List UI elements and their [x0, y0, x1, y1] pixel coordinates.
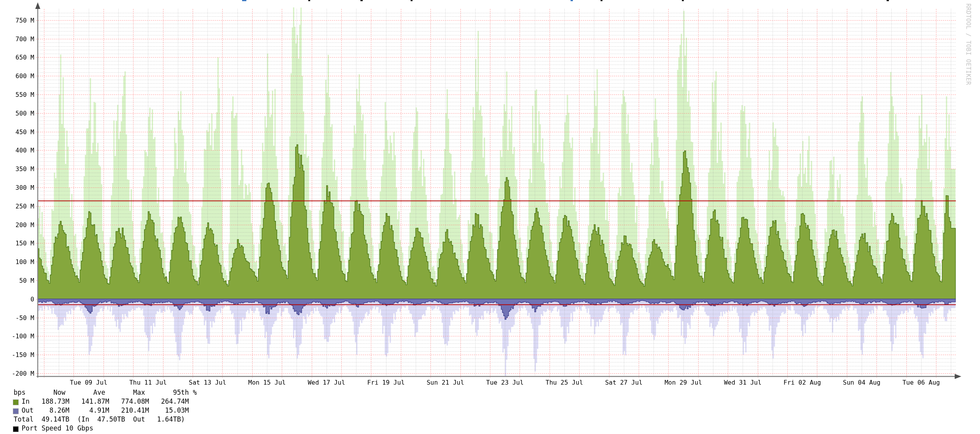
y-tick-label: 0 — [4, 296, 34, 303]
in-legend-swatch — [13, 399, 19, 405]
x-tick-label: Fri 19 Jul — [367, 379, 404, 386]
y-tick-label: 600 M — [4, 72, 34, 80]
y-tick-label: 650 M — [4, 54, 34, 61]
x-tick-label: Mon 15 Jul — [248, 379, 286, 386]
y-tick-label: 150 M — [4, 240, 34, 247]
y-tick-label: 550 M — [4, 91, 34, 98]
out-legend-swatch — [13, 408, 19, 414]
x-tick-label: Wed 31 Jul — [724, 379, 761, 386]
legend-out-row: Out 8.26M 4.91M 210.41M 15.03M — [14, 407, 189, 414]
graph-plot-canvas — [0, 0, 980, 434]
y-tick-label: 300 M — [4, 184, 34, 191]
x-tick-label: Mon 29 Jul — [664, 379, 702, 386]
y-tick-label: -100 M — [4, 332, 34, 340]
x-tick-label: Tue 06 Aug — [903, 379, 940, 386]
y-tick-label: 50 M — [4, 277, 34, 284]
y-tick-label: -200 M — [4, 370, 34, 377]
legend-in-row: In 188.73M 141.87M 774.08M 264.74M — [14, 398, 189, 405]
traffic-graph: 750 M700 M650 M600 M550 M500 M450 M400 M… — [0, 0, 980, 434]
x-tick-label: Fri 02 Aug — [783, 379, 821, 386]
y-tick-label: 450 M — [4, 128, 34, 136]
y-tick-label: 700 M — [4, 35, 34, 43]
y-tick-label: -150 M — [4, 351, 34, 359]
y-tick-label: 500 M — [4, 110, 34, 117]
port-speed-legend-swatch — [13, 426, 19, 432]
rrdtool-watermark: RRDTOOL / TOBI OETIKER — [965, 4, 972, 85]
y-tick-label: 750 M — [4, 17, 34, 24]
x-tick-label: Thu 11 Jul — [129, 379, 167, 386]
y-tick-label: 400 M — [4, 147, 34, 154]
x-tick-label: Sat 27 Jul — [605, 379, 643, 386]
legend-port-row: Port Speed 10 Gbps — [14, 425, 93, 432]
legend-header-row: bps Now Ave Max 95th % — [14, 389, 197, 396]
x-tick-label: Sat 13 Jul — [189, 379, 226, 386]
y-tick-label: 200 M — [4, 221, 34, 229]
x-tick-label: Tue 09 Jul — [70, 379, 107, 386]
x-tick-label: Tue 23 Jul — [486, 379, 523, 386]
y-tick-label: 250 M — [4, 203, 34, 210]
legend-total-row: Total 49.14TB (In 47.50TB Out 1.64TB) — [14, 416, 185, 423]
y-tick-label: 350 M — [4, 165, 34, 173]
x-tick-label: Thu 25 Jul — [546, 379, 583, 386]
y-tick-label: -50 M — [4, 314, 34, 322]
y-tick-label: 100 M — [4, 258, 34, 266]
x-tick-label: Sun 21 Jul — [427, 379, 464, 386]
x-tick-label: Sun 04 Aug — [843, 379, 880, 386]
x-tick-label: Wed 17 Jul — [308, 379, 345, 386]
